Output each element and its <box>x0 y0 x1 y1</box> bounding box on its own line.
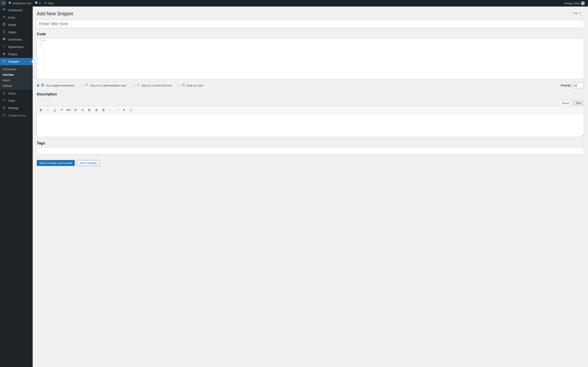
scope-label: Only run once <box>187 84 203 87</box>
sidebar-item-users[interactable]: Users <box>0 90 33 97</box>
link-button[interactable] <box>121 106 128 113</box>
scope-everywhere[interactable]: Run snippet everywhere <box>37 83 75 88</box>
sidebar-item-media[interactable]: Media <box>0 21 33 29</box>
comments-count: 0 <box>39 2 40 5</box>
admin-sidebar: Dashboard Posts Media Pages Comments App… <box>0 7 33 174</box>
sidebar-item-plugins[interactable]: Plugins <box>0 50 33 58</box>
description-heading: Description <box>37 92 584 96</box>
scope-radio[interactable] <box>37 84 39 87</box>
rte-toolbar: B I U ABC 123 <box>37 106 584 114</box>
sliders-icon <box>2 106 6 110</box>
tags-input[interactable] <box>37 147 584 154</box>
scope-admin[interactable]: Only run in administration area <box>81 83 126 88</box>
scope-radio[interactable] <box>81 84 83 87</box>
main-content: Add New Snippet Help ▼ Code <?php 1 Run … <box>33 7 588 174</box>
svg-point-7 <box>74 109 75 109</box>
sidebar-item-settings[interactable]: Settings <box>0 104 33 112</box>
numbered-list-button[interactable]: 123 <box>79 106 86 113</box>
svg-point-9 <box>74 110 75 111</box>
hammer-icon <box>136 83 140 88</box>
text-tab[interactable]: Text <box>573 100 584 106</box>
sidebar-item-tools[interactable]: Tools <box>0 97 33 104</box>
subitem-all-snippets[interactable]: All Snippets <box>0 67 33 72</box>
scope-label: Only run on site front-end <box>141 84 171 87</box>
subitem-settings[interactable]: Settings <box>0 83 33 89</box>
underline-button[interactable]: U <box>51 106 58 113</box>
pin-icon <box>2 16 6 20</box>
description-editor: B I U ABC 123 ◢ <box>37 106 584 137</box>
sidebar-item-posts[interactable]: Posts <box>0 14 33 21</box>
scope-label: Only run in administration area <box>90 84 126 87</box>
greeting-label: Howdy, Shea <box>564 2 580 5</box>
blockquote-button[interactable] <box>58 106 65 113</box>
scope-frontend[interactable]: Only run on site front-end <box>132 83 171 88</box>
media-icon <box>2 23 6 27</box>
save-button[interactable]: Save Changes <box>77 160 99 166</box>
subitem-add-new[interactable]: Add New <box>0 72 33 77</box>
bold-button[interactable]: B <box>37 106 44 113</box>
sidebar-item-pages[interactable]: Pages <box>0 29 33 36</box>
redo-button[interactable] <box>114 106 121 113</box>
snippet-title-input[interactable] <box>37 20 584 28</box>
snippets-submenu: All Snippets Add New Import Settings <box>0 65 33 90</box>
users-icon <box>2 91 6 95</box>
svg-point-3 <box>3 108 4 109</box>
sidebar-label: Media <box>8 23 16 26</box>
align-left-button[interactable] <box>86 106 93 113</box>
undo-button[interactable] <box>107 106 114 113</box>
home-icon <box>8 1 11 5</box>
dashboard-icon <box>2 8 6 12</box>
sidebar-item-dashboard[interactable]: Dashboard <box>0 7 33 14</box>
sidebar-label: Posts <box>8 16 15 19</box>
page-title: Add New Snippet <box>37 11 73 17</box>
plugin-icon <box>2 52 6 56</box>
svg-point-0 <box>3 24 4 24</box>
priority-label: Priority <box>561 84 571 87</box>
bullet-list-button[interactable] <box>72 106 79 113</box>
scope-radio[interactable] <box>177 84 180 87</box>
scope-radio[interactable] <box>132 84 135 87</box>
svg-text:3: 3 <box>81 110 82 111</box>
align-right-button[interactable] <box>100 106 107 113</box>
collapse-label: Collapse menu <box>8 114 26 117</box>
code-hint: <?php <box>37 39 584 42</box>
sidebar-label: Dashboard <box>8 8 22 12</box>
globe-icon <box>41 83 44 88</box>
code-textarea[interactable] <box>43 42 584 79</box>
new-content-menu[interactable]: New <box>42 0 55 7</box>
visual-tab[interactable]: Visual <box>559 100 572 106</box>
site-name-menu[interactable]: WordPress Test <box>7 0 33 7</box>
italic-button[interactable]: I <box>44 106 51 113</box>
sidebar-item-appearance[interactable]: Appearance <box>0 43 33 50</box>
comment-icon <box>35 1 38 5</box>
code-heading: Code <box>37 32 584 36</box>
resize-handle-icon[interactable]: ◢ <box>582 134 583 136</box>
clock-icon <box>182 83 185 88</box>
account-menu[interactable]: Howdy, Shea <box>563 0 586 7</box>
description-textarea[interactable]: ◢ <box>37 114 584 137</box>
scope-label: Run snippet everywhere <box>46 84 75 87</box>
wp-logo-menu[interactable] <box>0 0 7 7</box>
user-avatar-icon <box>581 1 585 5</box>
align-center-button[interactable] <box>93 106 100 113</box>
comments-menu[interactable]: 0 <box>33 0 42 7</box>
sidebar-label: Appearance <box>8 45 24 49</box>
tags-heading: Tags <box>37 141 584 145</box>
fullscreen-button[interactable] <box>128 106 135 113</box>
wrench-icon <box>2 99 6 103</box>
subitem-import[interactable]: Import <box>0 77 33 83</box>
wordpress-icon <box>2 1 5 5</box>
comments-icon <box>2 38 6 42</box>
sidebar-item-snippets[interactable]: Snippets <box>0 58 33 65</box>
strikethrough-button[interactable]: ABC <box>65 106 72 113</box>
collapse-menu-button[interactable]: Collapse menu <box>0 112 33 119</box>
sidebar-label: Users <box>8 92 16 95</box>
save-activate-button[interactable]: Save Changes and Activate <box>37 160 75 166</box>
code-line-number: 1 <box>37 42 43 79</box>
sidebar-item-comments[interactable]: Comments <box>0 36 33 43</box>
scope-once[interactable]: Only run once <box>177 83 203 88</box>
code-editor[interactable]: <?php 1 <box>37 38 584 79</box>
sidebar-label: Tools <box>8 99 15 102</box>
help-toggle[interactable]: Help ▼ <box>571 11 584 16</box>
priority-input[interactable] <box>573 83 584 88</box>
